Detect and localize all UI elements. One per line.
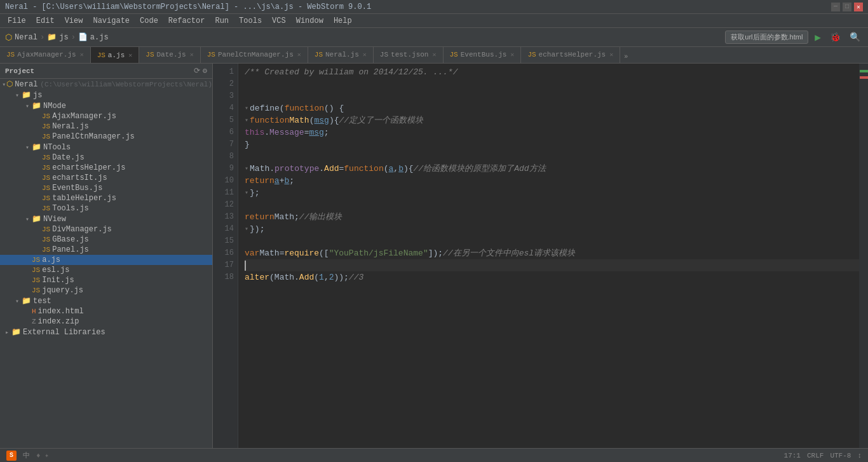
tree-item-nmode[interactable]: ▾📁NMode (0, 100, 212, 111)
title-bar: Neral - [C:\Users\william\WebstormProjec… (0, 0, 868, 14)
tree-item-a-js[interactable]: JSa.js (0, 255, 212, 265)
menu-item-window[interactable]: Window (291, 15, 329, 27)
tree-item-ajaxmanager-js[interactable]: JSAjaxManager.js (0, 111, 212, 121)
breadcrumb-project[interactable]: Neral (15, 33, 37, 42)
tab-more-button[interactable]: » (620, 51, 632, 63)
tree-item-js[interactable]: ▾📁js (0, 90, 212, 100)
tab-close[interactable]: ✕ (510, 51, 514, 58)
status-indicators: ♦ ✦ (36, 451, 49, 459)
fold-arrow[interactable]: ▾ (245, 163, 248, 175)
menu-item-edit[interactable]: Edit (31, 15, 60, 27)
tree-item-external-libraries[interactable]: ▸📁External Libraries (0, 327, 212, 337)
tree-item-panel-js[interactable]: JSPanel.js (0, 245, 212, 255)
file-js-icon: JS (42, 226, 50, 233)
status-bar: S 中 ♦ ✦ 17:1 CRLF UTF-8 ↕ (0, 448, 868, 462)
tab-close[interactable]: ✕ (432, 51, 436, 58)
tree-label: Neral.js (52, 122, 89, 131)
tree-item-echartsit-js[interactable]: JSechartsIt.js (0, 173, 212, 183)
right-gutter (859, 64, 868, 448)
menu-item-vcs[interactable]: VCS (267, 15, 291, 27)
sidebar-sync-icon[interactable]: ⟳ (194, 66, 200, 76)
menu-bar: FileEditViewNavigateCodeRefactorRunTools… (0, 14, 868, 28)
code-line-8 (245, 151, 859, 163)
tab-AjaxManager-js[interactable]: JSAjaxManager.js✕ (0, 47, 91, 63)
fold-arrow[interactable]: ▾ (245, 223, 248, 235)
file-js-icon: JS (42, 184, 50, 192)
code-content[interactable]: /** Created by william on 2014/12/25. ..… (238, 64, 859, 448)
tree-item-jquery-js[interactable]: JSjquery.js (0, 285, 212, 296)
tab-echartsHelper-js[interactable]: JSechartsHelper.js✕ (521, 47, 620, 63)
tree-item-nview[interactable]: ▾📁NView (0, 214, 212, 224)
file-js-icon: JS (32, 287, 40, 294)
menu-item-refactor[interactable]: Refactor (163, 15, 210, 27)
menu-item-tools[interactable]: Tools (234, 15, 267, 27)
menu-item-code[interactable]: Code (135, 15, 163, 27)
tree-item-divmanager-js[interactable]: JSDivManager.js (0, 224, 212, 234)
tab-test-json[interactable]: JStest.json✕ (374, 47, 444, 63)
menu-item-view[interactable]: View (60, 15, 88, 27)
tab-a-js[interactable]: JSa.js✕ (91, 47, 140, 63)
fold-arrow[interactable]: ▾ (245, 187, 248, 199)
line-number-12: 12 (213, 199, 234, 211)
tab-close[interactable]: ✕ (297, 51, 301, 58)
file-js-icon: JS (42, 123, 50, 130)
url-button[interactable]: 获取url后面的参数.html (725, 31, 808, 44)
tree-item-esl-js[interactable]: JSesl.js (0, 265, 212, 275)
status-line-ending[interactable]: CRLF (807, 452, 824, 459)
sidebar-gear-icon[interactable]: ⚙ (203, 66, 207, 76)
tab-close[interactable]: ✕ (190, 51, 194, 58)
tree-label: AjaxManager.js (52, 112, 116, 121)
tree-item-date-js[interactable]: JSDate.js (0, 153, 212, 163)
tab-PanelCtnManager-js[interactable]: JSPanelCtnManager.js✕ (201, 47, 308, 63)
tab-close[interactable]: ✕ (363, 51, 367, 58)
menu-item-help[interactable]: Help (329, 15, 357, 27)
fold-arrow[interactable]: ▾ (245, 114, 248, 126)
tab-EventBus-js[interactable]: JSEventBus.js✕ (444, 47, 522, 63)
search-icon[interactable]: 🔍 (847, 31, 863, 44)
tree-label: NTools (43, 143, 71, 152)
tree-item-neral[interactable]: ▾⬡Neral(C:\Users\william\WebstormProject… (0, 79, 212, 90)
menu-item-run[interactable]: Run (210, 15, 234, 27)
file-icon-toolbar: 📄 (78, 32, 88, 42)
breadcrumb-file[interactable]: a.js (90, 33, 109, 42)
tree-item-neral-js[interactable]: JSNeral.js (0, 121, 212, 132)
tab-close[interactable]: ✕ (609, 51, 613, 58)
minimize-button[interactable]: ─ (831, 3, 840, 11)
line-number-3: 3 (213, 90, 234, 102)
tab-Neral-js[interactable]: JSNeral.js✕ (308, 47, 374, 63)
folder-icon: 📁 (32, 142, 41, 152)
tree-item-tablehelper-js[interactable]: JStableHelper.js (0, 193, 212, 203)
fold-arrow[interactable]: ▾ (245, 102, 248, 114)
tree-item-panelctnmanager-js[interactable]: JSPanelCtnManager.js (0, 132, 212, 142)
tree-label: DivManager.js (52, 225, 112, 234)
tree-item-gbase-js[interactable]: JSGBase.js (0, 234, 212, 245)
maximize-button[interactable]: □ (843, 3, 851, 11)
status-position[interactable]: 17:1 (784, 452, 801, 459)
tree-item-tools-js[interactable]: JSTools.js (0, 203, 212, 214)
tab-label: EventBus.js (461, 51, 507, 58)
tree-item-ntools[interactable]: ▾📁NTools (0, 142, 212, 153)
line-number-6: 6 (213, 126, 234, 139)
status-encoding[interactable]: UTF-8 (830, 452, 851, 459)
menu-item-file[interactable]: File (3, 15, 31, 27)
breadcrumb-js[interactable]: js (59, 33, 68, 42)
tree-item-test[interactable]: ▾📁test (0, 296, 212, 306)
close-button[interactable]: ✕ (854, 3, 863, 11)
tree-item-eventbus-js[interactable]: JSEventBus.js (0, 183, 212, 193)
tab-Date-js[interactable]: JSDate.js✕ (139, 47, 200, 63)
run-button[interactable]: ▶ (812, 30, 824, 45)
status-logo: S (6, 451, 17, 461)
menu-item-navigate[interactable]: Navigate (88, 15, 135, 27)
tree-item-init-js[interactable]: JSInit.js (0, 275, 212, 285)
tree-item-echartshelper-js[interactable]: JSechartsHelper.js (0, 163, 212, 173)
tab-icon: JS (450, 51, 458, 58)
tab-close[interactable]: ✕ (128, 51, 132, 59)
tree-item-index-zip[interactable]: Zindex.zip (0, 316, 212, 327)
tab-close[interactable]: ✕ (80, 51, 84, 58)
line-number-13: 13 (213, 211, 234, 223)
code-editor[interactable]: 123456789101112131415161718 /** Created … (213, 64, 868, 448)
tree-item-index-html[interactable]: Hindex.html (0, 306, 212, 316)
line-number-16: 16 (213, 247, 234, 259)
debug-button[interactable]: 🐞 (827, 31, 843, 44)
sidebar-icons: ⟳ ⚙ (194, 66, 207, 76)
